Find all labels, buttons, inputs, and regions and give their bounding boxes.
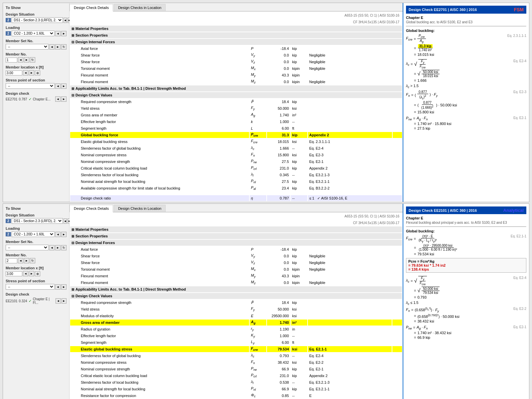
check-prev-1[interactable]: ◄ <box>55 96 61 102</box>
design-situation-select-2[interactable]: DS1 - Section 2.3 (LRFD), 2. <box>12 218 63 224</box>
stress-select[interactable]: -- <box>6 83 55 89</box>
row-sym: Ky <box>250 333 266 339</box>
member-no-refresh[interactable]: ↻ <box>30 57 35 63</box>
row-name: Resistance factor for compression <box>70 393 249 399</box>
member-set-prev[interactable]: ◄ <box>49 44 55 50</box>
ms-next-2[interactable]: ► <box>55 245 61 250</box>
fn-eq-line3: = 15.800 ksi <box>414 110 457 114</box>
formula-chapter-2: Chapter E <box>406 216 526 220</box>
member-set-select[interactable]: -- <box>6 44 49 50</box>
table-row: Slenderness factor of global bucklingλc1… <box>70 145 402 151</box>
loading-select[interactable]: CO2 - 1.20D + 1.60L <box>12 31 55 36</box>
forces-header-1[interactable]: ⊟Design Internal Forces <box>70 39 402 45</box>
lambda2-num: Fy <box>420 276 426 281</box>
fcre-eq-sign3: = <box>414 53 416 57</box>
check-next-2[interactable]: ► <box>62 298 66 304</box>
fcre-num2: 31.3 kip <box>418 44 433 48</box>
stress-prev[interactable]: ◄ <box>55 83 61 89</box>
ms-prev-2[interactable]: ◄ <box>49 245 55 250</box>
check-chapter-2: Chapter E | Fl... <box>33 297 55 305</box>
row-ref <box>392 393 402 399</box>
forces-header-2[interactable]: ⊟Design Internal Forces <box>70 240 402 246</box>
tab-design-check-details-1[interactable]: Design Check Details <box>69 4 113 12</box>
row-note: Negligible <box>308 266 392 272</box>
stress-next[interactable]: ► <box>61 83 66 89</box>
member-loc-input[interactable] <box>6 70 22 75</box>
row-name: Yield stress <box>70 306 249 312</box>
mn-prev-2[interactable]: ◄ <box>18 258 23 263</box>
member-loc-input-2[interactable] <box>6 271 22 276</box>
row-note: Appendix 2 <box>308 373 392 379</box>
check-values-header-1[interactable]: ⊟Design Check Values <box>70 92 402 98</box>
row-ref <box>392 253 402 259</box>
tab-design-checks-location-2[interactable]: Design Checks in Location <box>114 205 166 212</box>
info-section-2: CF 3HU4.5x135 | AISI D100-17 <box>308 220 402 226</box>
design-situation-select[interactable]: DS1 - Section 2.3 (LRFD), 2. <box>12 17 63 23</box>
material-header-1[interactable]: ⊞Material Properties <box>70 26 402 32</box>
row-sym: Ly <box>250 339 266 345</box>
applicability-header-2[interactable]: ⊞Applicability Limits Acc. to Tab. B4.1-… <box>70 286 402 292</box>
row-ref <box>393 172 402 178</box>
check-chapter-1: Chapter E... <box>33 97 51 101</box>
design-situation-prev[interactable]: ◄ <box>64 18 67 23</box>
check-values-header-2[interactable]: ⊟Design Check Values <box>70 293 402 299</box>
sp-prev-2[interactable]: ◄ <box>55 284 61 290</box>
stress-control-2: -- ◄ ► <box>6 284 66 290</box>
fcre2-num2: (π)² · 29500.000 ksi <box>422 244 454 248</box>
ml-prev-2[interactable]: ◄ <box>23 271 28 276</box>
tab-design-check-details-2[interactable]: Design Check Details <box>69 205 113 212</box>
table-row: Modulus of elasticityE29500.000ksi <box>70 313 402 319</box>
member-no-next[interactable]: ► <box>24 57 29 63</box>
ml-icon-2[interactable]: ⊕ <box>35 271 40 276</box>
row-name: Segment length <box>70 339 249 345</box>
check-prev-2[interactable]: ◄ <box>56 298 61 304</box>
tab-design-checks-location-1[interactable]: Design Checks in Location <box>114 4 166 11</box>
ml-next-2[interactable]: ► <box>29 271 34 276</box>
fn-equation-row: Fn = ( 0.877 (λc)2 ) · Fy = ( 0.877 <box>406 90 526 114</box>
loading-next-2[interactable]: ► <box>61 232 66 237</box>
row-unit: ksi <box>291 313 307 319</box>
row-ref <box>392 373 402 379</box>
section-header-1[interactable]: ⊞Section Properties <box>70 32 402 38</box>
member-loc-prev[interactable]: ◄ <box>23 70 28 75</box>
member-set-select-2[interactable]: -- <box>6 245 49 250</box>
row-note: Eq. E3.2.1-1 <box>308 179 392 185</box>
row-sym: E <box>250 313 266 319</box>
sp-next-2[interactable]: ► <box>61 284 66 290</box>
mn-next-2[interactable]: ► <box>24 258 29 263</box>
member-set-next[interactable]: ► <box>55 44 61 50</box>
ds-prev-2[interactable]: ◄ <box>64 218 67 224</box>
check-next-1[interactable]: ► <box>61 96 66 102</box>
table-row: Gross area of memberAg1.740in² <box>70 112 402 118</box>
loading-prev[interactable]: ◄ <box>55 31 61 36</box>
stress-select-2[interactable]: -- <box>6 284 55 290</box>
ms-refresh-2[interactable]: ↻ <box>61 245 66 250</box>
row-name: Axial force <box>70 246 249 252</box>
member-no-input-2[interactable] <box>6 258 17 263</box>
row-unit: kip <box>291 253 307 259</box>
loading-next[interactable]: ► <box>61 31 66 36</box>
row-unit: -- <box>291 145 307 151</box>
applicability-header-1[interactable]: ⊞Applicability Limits Acc. to Tab. B4.1-… <box>70 85 402 91</box>
section-header-2[interactable]: ⊞Section Properties <box>70 233 402 239</box>
material-header-2[interactable]: ⊞Material Properties <box>70 226 402 232</box>
table-row: Segment lengthLy6.00ft <box>70 339 402 345</box>
row-name: Axial force <box>70 46 249 52</box>
row-name: Shear force <box>70 59 249 65</box>
member-no-input[interactable] <box>6 58 17 63</box>
loading-prev-2[interactable]: ◄ <box>55 232 61 237</box>
row-name: Flexural moment <box>70 280 249 286</box>
row-unit: kip <box>291 179 307 185</box>
table-row: Radius of gyrationry1.190in <box>70 326 402 332</box>
row-unit: ksi <box>291 306 307 312</box>
row-name: Elastic global buckling stress <box>70 346 249 352</box>
member-no-prev[interactable]: ◄ <box>18 57 23 63</box>
row-ref <box>393 159 402 165</box>
member-set-refresh[interactable]: ↻ <box>61 44 66 50</box>
loading-select-2[interactable]: CO2 - 1.20D + 1.60L <box>12 231 55 237</box>
mn-refresh-2[interactable]: ↻ <box>30 258 35 263</box>
fn2-expr2: (0.658(0.793)²) · 50.000 ksi <box>417 314 459 319</box>
member-loc-next[interactable]: ► <box>29 70 34 75</box>
member-loc-icon[interactable]: ⊕ <box>35 70 40 75</box>
fn-expr2: ( <box>417 103 419 107</box>
